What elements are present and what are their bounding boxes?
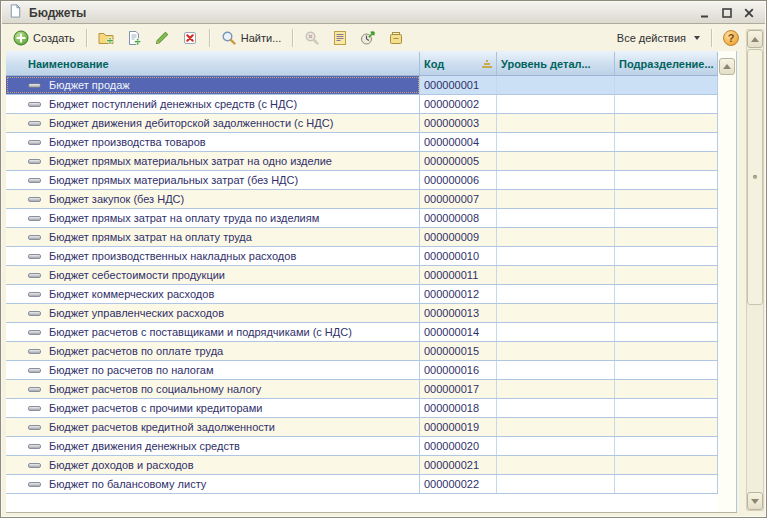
table-row[interactable]: Бюджет расчетов с поставщиками и подрядч… xyxy=(6,323,718,342)
department-cell[interactable] xyxy=(615,456,718,474)
code-cell[interactable]: 000000022 xyxy=(420,475,497,493)
table-row[interactable]: Бюджет прямых материальных затрат на одн… xyxy=(6,152,718,171)
name-cell[interactable]: Бюджет расчетов с поставщиками и подрядч… xyxy=(6,323,420,341)
name-cell[interactable]: Бюджет прямых материальных затрат (без Н… xyxy=(6,171,420,189)
code-cell[interactable]: 000000001 xyxy=(420,76,497,94)
detail-level-cell[interactable] xyxy=(497,475,615,493)
name-cell[interactable]: Бюджет расчетов кредитной задолженности xyxy=(6,418,420,436)
table-row[interactable]: Бюджет прямых материальных затрат (без Н… xyxy=(6,171,718,190)
code-cell[interactable]: 000000014 xyxy=(420,323,497,341)
close-icon[interactable] xyxy=(743,7,755,19)
table-scroll-up-button[interactable] xyxy=(719,58,735,75)
name-cell[interactable]: Бюджет движения дебиторской задолженност… xyxy=(6,114,420,132)
name-cell[interactable]: Бюджет расчетов по социальному налогу xyxy=(6,380,420,398)
detail-level-cell[interactable] xyxy=(497,76,615,94)
department-cell[interactable] xyxy=(615,285,718,303)
name-cell[interactable]: Бюджет прямых материальных затрат на одн… xyxy=(6,152,420,170)
name-cell[interactable]: Бюджет поступлений денежных средств (с Н… xyxy=(6,95,420,113)
output-list-button[interactable] xyxy=(355,27,381,49)
department-cell[interactable] xyxy=(615,171,718,189)
detail-level-cell[interactable] xyxy=(497,228,615,246)
column-header-department[interactable]: Подразделение... xyxy=(615,52,718,75)
name-cell[interactable]: Бюджет расчетов по оплате труда xyxy=(6,342,420,360)
detail-level-cell[interactable] xyxy=(497,437,615,455)
list-settings-button[interactable] xyxy=(327,27,353,49)
code-cell[interactable]: 000000013 xyxy=(420,304,497,322)
table-row[interactable]: Бюджет движения дебиторской задолженност… xyxy=(6,114,718,133)
create-group-button[interactable] xyxy=(93,27,119,49)
table-row[interactable]: Бюджет поступлений денежных средств (с Н… xyxy=(6,95,718,114)
table-row[interactable]: Бюджет доходов и расходов 000000021 xyxy=(6,456,718,475)
department-cell[interactable] xyxy=(615,247,718,265)
department-cell[interactable] xyxy=(615,266,718,284)
code-cell[interactable]: 000000011 xyxy=(420,266,497,284)
department-cell[interactable] xyxy=(615,475,718,493)
save-settings-button[interactable] xyxy=(383,27,409,49)
code-cell[interactable]: 000000008 xyxy=(420,209,497,227)
help-button[interactable]: ? xyxy=(718,27,744,49)
delete-button[interactable] xyxy=(177,27,203,49)
detail-level-cell[interactable] xyxy=(497,399,615,417)
department-cell[interactable] xyxy=(615,152,718,170)
table-row[interactable]: Бюджет производственных накладных расход… xyxy=(6,247,718,266)
department-cell[interactable] xyxy=(615,209,718,227)
table-row[interactable]: Бюджет расчетов по оплате труда 00000001… xyxy=(6,342,718,361)
name-cell[interactable]: Бюджет производства товаров xyxy=(6,133,420,151)
code-cell[interactable]: 000000004 xyxy=(420,133,497,151)
table-row[interactable]: Бюджет прямых затрат на оплату труда 000… xyxy=(6,228,718,247)
name-cell[interactable]: Бюджет по балансовому листу xyxy=(6,475,420,493)
detail-level-cell[interactable] xyxy=(497,418,615,436)
table-row[interactable]: Бюджет прямых затрат на оплату труда по … xyxy=(6,209,718,228)
detail-level-cell[interactable] xyxy=(497,285,615,303)
column-header-name[interactable]: Наименование xyxy=(6,52,420,75)
name-cell[interactable]: Бюджет прямых затрат на оплату труда по … xyxy=(6,209,420,227)
detail-level-cell[interactable] xyxy=(497,171,615,189)
name-cell[interactable]: Бюджет производственных накладных расход… xyxy=(6,247,420,265)
name-cell[interactable]: Бюджет расчетов с прочими кредиторами xyxy=(6,399,420,417)
table-row[interactable]: Бюджет закупок (без НДС) 000000007 xyxy=(6,190,718,209)
name-cell[interactable]: Бюджет прямых затрат на оплату труда xyxy=(6,228,420,246)
detail-level-cell[interactable] xyxy=(497,361,615,379)
minimize-icon[interactable] xyxy=(699,7,711,19)
detail-level-cell[interactable] xyxy=(497,380,615,398)
department-cell[interactable] xyxy=(615,76,718,94)
code-cell[interactable]: 000000009 xyxy=(420,228,497,246)
table-row[interactable]: Бюджет коммерческих расходов 000000012 xyxy=(6,285,718,304)
find-button[interactable]: Найти... xyxy=(216,27,287,49)
table-scrollbar[interactable] xyxy=(718,51,737,512)
code-cell[interactable]: 000000010 xyxy=(420,247,497,265)
edit-button[interactable] xyxy=(149,27,175,49)
code-cell[interactable]: 000000002 xyxy=(420,95,497,113)
table-row[interactable]: Бюджет управленческих расходов 000000013 xyxy=(6,304,718,323)
code-cell[interactable]: 000000006 xyxy=(420,171,497,189)
code-cell[interactable]: 000000005 xyxy=(420,152,497,170)
code-cell[interactable]: 000000003 xyxy=(420,114,497,132)
department-cell[interactable] xyxy=(615,323,718,341)
department-cell[interactable] xyxy=(615,228,718,246)
code-cell[interactable]: 000000016 xyxy=(420,361,497,379)
detail-level-cell[interactable] xyxy=(497,304,615,322)
name-cell[interactable]: Бюджет по расчетов по налогам xyxy=(6,361,420,379)
detail-level-cell[interactable] xyxy=(497,209,615,227)
detail-level-cell[interactable] xyxy=(497,95,615,113)
table-row[interactable]: Бюджет по расчетов по налогам 000000016 xyxy=(6,361,718,380)
name-cell[interactable]: Бюджет доходов и расходов xyxy=(6,456,420,474)
department-cell[interactable] xyxy=(615,437,718,455)
department-cell[interactable] xyxy=(615,133,718,151)
code-cell[interactable]: 000000017 xyxy=(420,380,497,398)
department-cell[interactable] xyxy=(615,114,718,132)
table-row[interactable]: Бюджет продаж 000000001 xyxy=(6,76,718,95)
create-button[interactable]: Создать xyxy=(8,27,80,49)
table-row[interactable]: Бюджет расчетов кредитной задолженности … xyxy=(6,418,718,437)
detail-level-cell[interactable] xyxy=(497,190,615,208)
name-cell[interactable]: Бюджет закупок (без НДС) xyxy=(6,190,420,208)
name-cell[interactable]: Бюджет продаж xyxy=(6,76,420,94)
code-cell[interactable]: 000000015 xyxy=(420,342,497,360)
table-row[interactable]: Бюджет расчетов с прочими кредиторами 00… xyxy=(6,399,718,418)
department-cell[interactable] xyxy=(615,380,718,398)
department-cell[interactable] xyxy=(615,361,718,379)
scroll-thumb[interactable] xyxy=(747,49,763,305)
code-cell[interactable]: 000000019 xyxy=(420,418,497,436)
department-cell[interactable] xyxy=(615,304,718,322)
table-row[interactable]: Бюджет движения денежных средств 0000000… xyxy=(6,437,718,456)
